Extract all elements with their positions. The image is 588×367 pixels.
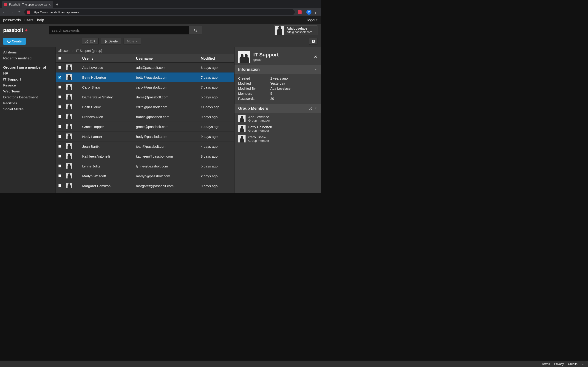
details-information-header[interactable]: Information ▼ xyxy=(234,65,321,74)
workspace-action-bar: + Create Edit Delete More ▼ xyxy=(0,36,321,47)
row-checkbox[interactable] xyxy=(58,66,61,69)
breadcrumb: all users › IT Support (group) xyxy=(56,47,234,54)
col-modified[interactable]: Modified xyxy=(199,54,234,63)
avatar xyxy=(66,143,72,149)
row-checkbox[interactable] xyxy=(58,135,61,138)
more-button[interactable]: More ▼ xyxy=(124,38,141,45)
sidebar-recently-modified[interactable]: Recently modified xyxy=(3,55,52,61)
table-row[interactable]: Marlyn Wescoffmarlyn@passbolt.com2 days … xyxy=(56,171,234,181)
avatar xyxy=(66,133,72,139)
close-icon[interactable]: ✕ xyxy=(48,3,51,6)
row-user-name: Lynne Jolitz xyxy=(80,161,134,171)
table-row[interactable]: Dame Steve Shirleydame@passbolt.com5 day… xyxy=(56,92,234,102)
sidebar-group-item[interactable]: Web Team xyxy=(3,88,52,94)
edit-button[interactable]: Edit xyxy=(82,38,99,45)
avatar xyxy=(66,153,72,159)
trash-icon xyxy=(104,40,107,43)
group-member[interactable]: Carol ShawGroup member xyxy=(238,135,317,142)
info-toggle-button[interactable] xyxy=(309,38,317,45)
table-row[interactable]: Ada Lovelaceada@passbolt.com3 days ago xyxy=(56,63,234,73)
sidebar-group-item[interactable]: Social Media xyxy=(3,106,52,112)
row-checkbox[interactable] xyxy=(58,85,61,89)
row-checkbox[interactable] xyxy=(58,115,61,118)
edit-button-label: Edit xyxy=(90,40,95,43)
chrome-menu-icon[interactable]: ⋮ xyxy=(314,10,317,15)
close-details-button[interactable]: ✖ xyxy=(314,55,317,59)
row-checkbox[interactable] xyxy=(58,95,61,98)
row-checkbox[interactable] xyxy=(58,174,61,177)
chrome-profile-avatar[interactable]: R xyxy=(306,10,311,15)
reload-icon[interactable]: ⟳ xyxy=(17,10,21,14)
row-user-name: Ada Lovelace xyxy=(80,63,134,73)
details-panel: IT Support group ✖ Information ▼ Created… xyxy=(234,47,321,193)
row-checkbox[interactable] xyxy=(58,165,61,167)
table-row[interactable]: Lynne Jolitzlynne@passbolt.com5 days ago xyxy=(56,161,234,171)
table-row[interactable]: Grace Hoppergrace@passbolt.com10 days ag… xyxy=(56,122,234,132)
avatar xyxy=(66,74,72,80)
sidebar-group-item[interactable]: Finance xyxy=(3,82,52,88)
table-row[interactable]: Kathleen Antonellikathleen@passbolt.com8… xyxy=(56,151,234,161)
row-username: ada@passbolt.com xyxy=(134,63,199,73)
sidebar-group-item[interactable]: Facilities xyxy=(3,100,52,106)
app-logo[interactable]: passbolt ✦ xyxy=(3,27,28,33)
table-row[interactable]: Jean Bartikjean@passbolt.com4 days ago xyxy=(56,142,234,151)
details-members-header[interactable]: Group Members ▼ xyxy=(234,104,321,113)
row-checkbox[interactable] xyxy=(58,145,61,148)
table-row[interactable]: Frances Allenfrance@passbolt.com9 days a… xyxy=(56,112,234,122)
extension-icon[interactable] xyxy=(298,10,302,14)
avatar xyxy=(66,163,72,169)
breadcrumb-root[interactable]: all users xyxy=(58,49,70,52)
table-row[interactable]: Orna Berryorna@passbolt.com2 days ago xyxy=(56,191,234,193)
passbolt-favicon-icon xyxy=(4,3,7,6)
info-value: 5 xyxy=(270,92,272,95)
row-modified: 8 days ago xyxy=(199,151,234,161)
col-user[interactable]: User▲ xyxy=(80,54,134,63)
row-checkbox[interactable] xyxy=(58,76,61,79)
delete-button[interactable]: Delete xyxy=(101,38,121,45)
member-role: Group manager xyxy=(248,119,270,122)
details-subtitle: group xyxy=(253,58,279,61)
row-modified: 4 days ago xyxy=(199,142,234,151)
row-user-name: Betty Holberton xyxy=(80,73,134,82)
user-table: User▲ Username Modified Ada Lovelaceada@… xyxy=(56,54,234,193)
row-user-name: Edith Clarke xyxy=(80,102,134,112)
row-checkbox[interactable] xyxy=(58,125,61,128)
address-bar[interactable]: https://www.passbolt.test/app/users xyxy=(24,9,295,15)
table-row[interactable]: Hedy Lamarrhedy@passbolt.com9 days ago xyxy=(56,132,234,142)
search-input[interactable] xyxy=(49,26,189,34)
row-checkbox[interactable] xyxy=(58,184,61,187)
sidebar-group-item[interactable]: IT Support xyxy=(3,76,52,82)
avatar xyxy=(66,114,72,119)
sidebar-group-item[interactable]: Director's Department xyxy=(3,94,52,100)
edit-members-icon[interactable] xyxy=(309,107,312,110)
avatar xyxy=(238,115,246,122)
nav-users[interactable]: users xyxy=(24,18,33,22)
create-button[interactable]: + Create xyxy=(3,38,26,45)
row-checkbox[interactable] xyxy=(58,155,61,158)
member-name: Carol Shaw xyxy=(248,135,269,139)
group-member[interactable]: Betty HolbertonGroup member xyxy=(238,125,317,132)
info-row: Passwords20 xyxy=(238,96,317,101)
table-row[interactable]: Edith Clarkeedith@passbolt.com11 days ag… xyxy=(56,102,234,112)
search-button[interactable] xyxy=(189,26,202,34)
nav-help[interactable]: help xyxy=(37,18,44,22)
table-row[interactable]: Betty Holbertonbetty@passbolt.com7 days … xyxy=(56,73,234,82)
row-modified: 5 days ago xyxy=(199,161,234,171)
back-icon[interactable]: ← xyxy=(2,10,6,14)
nav-passwords[interactable]: passwords xyxy=(3,18,21,22)
new-tab-button[interactable]: + xyxy=(53,2,61,8)
table-row[interactable]: Margaret Hamiltonmargaret@passbolt.com9 … xyxy=(56,181,234,191)
group-member[interactable]: Ada LovelaceGroup manager xyxy=(238,115,317,122)
browser-tab[interactable]: Passbolt - The open source pa ✕ xyxy=(2,1,53,8)
row-username: jean@passbolt.com xyxy=(134,142,199,151)
row-checkbox[interactable] xyxy=(58,105,61,108)
breadcrumb-current: IT Support (group) xyxy=(76,49,102,52)
select-all-checkbox[interactable] xyxy=(58,57,61,60)
col-username[interactable]: Username xyxy=(134,54,199,63)
current-user-card[interactable]: Ada Lovelace ada@passbolt.com xyxy=(274,25,317,35)
row-modified: 11 days ago xyxy=(199,102,234,112)
sidebar-group-item[interactable]: HR xyxy=(3,70,52,76)
nav-logout[interactable]: logout xyxy=(307,18,317,22)
sidebar-all-items[interactable]: All items xyxy=(3,49,52,55)
table-row[interactable]: Carol Shawcarol@passbolt.com7 days ago xyxy=(56,82,234,92)
